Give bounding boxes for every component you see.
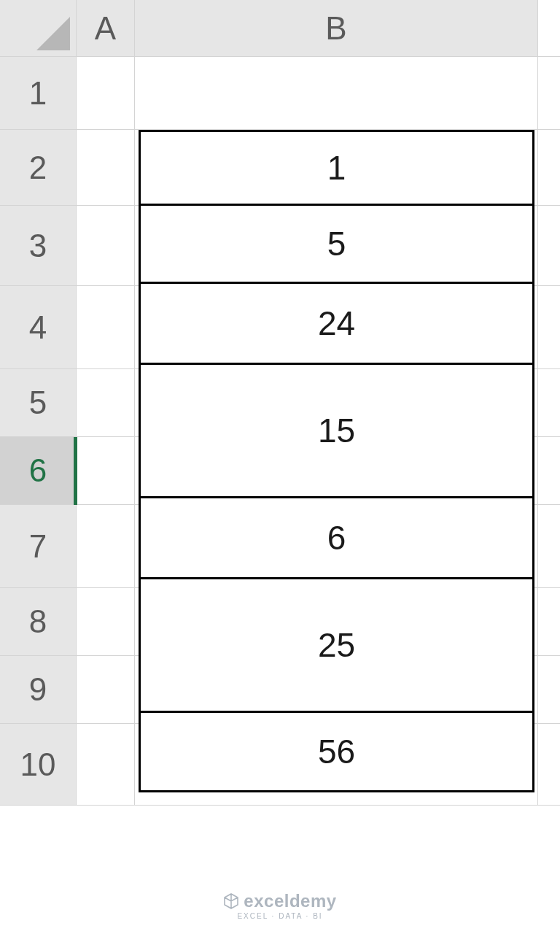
cell-B7[interactable]: 6	[139, 496, 534, 579]
cell-A7[interactable]	[77, 505, 135, 587]
row-header-5[interactable]: 5	[0, 369, 77, 436]
watermark-cube-icon	[223, 893, 239, 914]
cell-A10[interactable]	[77, 724, 135, 805]
cell-A3[interactable]	[77, 206, 135, 285]
cell-A5[interactable]	[77, 369, 135, 436]
cell-B4[interactable]: 24	[139, 282, 534, 365]
cell-B5-B6-merged[interactable]: 15	[139, 363, 534, 498]
row-header-6[interactable]: 6	[0, 437, 77, 504]
cell-A2[interactable]	[77, 130, 135, 205]
watermark-brand: exceldemy	[244, 891, 336, 911]
row-header-3[interactable]: 3	[0, 206, 77, 285]
row-header-8[interactable]: 8	[0, 588, 77, 655]
column-header-B[interactable]: B	[135, 0, 538, 56]
row-header-7[interactable]: 7	[0, 505, 77, 587]
cell-B3[interactable]: 5	[139, 204, 534, 284]
cell-A1[interactable]	[77, 57, 135, 129]
cell-B10[interactable]: 56	[139, 711, 534, 792]
cell-A6[interactable]	[77, 437, 135, 504]
row-1: 1	[0, 57, 560, 130]
select-all-triangle-icon	[36, 17, 70, 50]
select-all-corner[interactable]	[0, 0, 77, 56]
row-header-2[interactable]: 2	[0, 130, 77, 205]
cell-A8[interactable]	[77, 588, 135, 655]
watermark-tagline: EXCEL · DATA · BI	[0, 912, 560, 920]
data-border-overlay: 1 5 24 15 6 25 56	[139, 130, 534, 790]
cell-B8-B9-merged[interactable]: 25	[139, 577, 534, 713]
cell-B2[interactable]: 1	[139, 130, 534, 206]
row-header-4[interactable]: 4	[0, 286, 77, 368]
column-header-row: A B	[0, 0, 560, 57]
row-header-9[interactable]: 9	[0, 656, 77, 723]
watermark: exceldemy EXCEL · DATA · BI	[0, 891, 560, 920]
cell-A4[interactable]	[77, 286, 135, 368]
cell-B1[interactable]	[135, 57, 538, 129]
column-header-A[interactable]: A	[77, 0, 135, 56]
row-header-10[interactable]: 10	[0, 724, 77, 805]
cell-A9[interactable]	[77, 656, 135, 723]
row-header-1[interactable]: 1	[0, 57, 77, 129]
